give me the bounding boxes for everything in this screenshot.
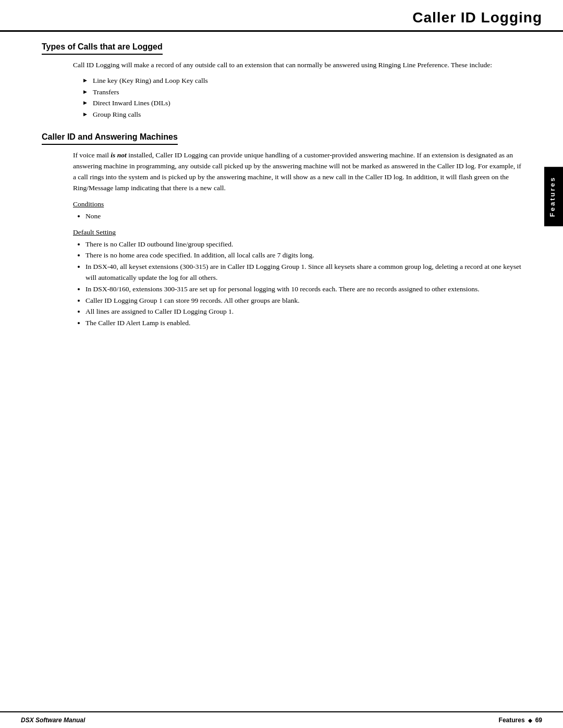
- footer-page-number: 69: [535, 717, 542, 724]
- list-item: In DSX-80/160, extensions 300-315 are se…: [85, 283, 521, 295]
- list-item: There is no home area code specified. In…: [85, 250, 521, 261]
- section-caller-id-answering: Caller ID and Answering Machines If voic…: [42, 132, 521, 328]
- list-item: Group Ring calls: [83, 109, 521, 120]
- footer-features-label: Features: [499, 717, 525, 724]
- list-item: The Caller ID Alert Lamp is enabled.: [85, 317, 521, 329]
- page-title: Caller ID Logging: [412, 9, 542, 26]
- conditions-label: Conditions: [73, 200, 521, 208]
- footer-right: Features ◆ 69: [499, 717, 542, 724]
- list-item: Direct Inward Lines (DILs): [83, 97, 521, 109]
- section2-body-text1: If voice mail is not installed, Caller I…: [73, 150, 521, 194]
- body-text-suffix: installed, Caller ID Logging can provide…: [73, 151, 521, 192]
- list-item: There is no Caller ID outbound line/grou…: [85, 239, 521, 250]
- list-item: In DSX-40, all keyset extensions (300-31…: [85, 261, 521, 283]
- section1-bullet-list: Line key (Key Ring) and Loop Key calls T…: [73, 75, 521, 120]
- default-setting-label: Default Setting: [73, 228, 521, 237]
- list-item: None: [85, 211, 521, 222]
- body-text-italic-bold: is not: [111, 151, 126, 159]
- list-item: Line key (Key Ring) and Loop Key calls: [83, 75, 521, 87]
- section-types-of-calls: Types of Calls that are Logged Call ID L…: [42, 42, 521, 120]
- footer-diamond-icon: ◆: [528, 718, 532, 723]
- body-text-prefix: If voice mail: [73, 151, 111, 159]
- list-item: Transfers: [83, 87, 521, 98]
- section2-heading: Caller ID and Answering Machines: [42, 132, 178, 145]
- main-content: Types of Calls that are Logged Call ID L…: [0, 32, 563, 362]
- section1-body-text: Call ID Logging will make a record of an…: [73, 60, 521, 71]
- list-item: Caller ID Logging Group 1 can store 99 r…: [85, 295, 521, 306]
- page-header: Caller ID Logging: [0, 0, 563, 32]
- default-setting-list: There is no Caller ID outbound line/grou…: [73, 239, 521, 329]
- section1-heading: Types of Calls that are Logged: [42, 42, 163, 55]
- conditions-list: None: [73, 211, 521, 222]
- page-container: Caller ID Logging Features Types of Call…: [0, 0, 563, 728]
- footer-left-text: DSX Software Manual: [21, 717, 85, 724]
- list-item: All lines are assigned to Caller ID Logg…: [85, 306, 521, 317]
- side-tab: Features: [544, 167, 563, 226]
- page-footer: DSX Software Manual Features ◆ 69: [0, 711, 563, 728]
- section2-body: If voice mail is not installed, Caller I…: [42, 150, 521, 328]
- section1-body: Call ID Logging will make a record of an…: [42, 60, 521, 120]
